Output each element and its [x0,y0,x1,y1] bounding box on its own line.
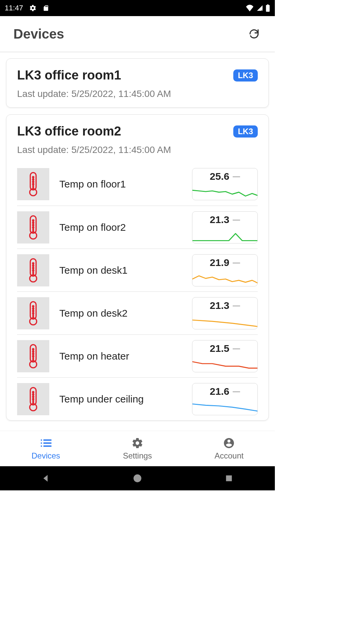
svg-point-49 [133,474,141,482]
sensor-row[interactable]: Temp on desk221.3— [17,291,258,334]
sensor-label: Temp on floor1 [59,178,192,190]
sensor-value: 21.5 [210,343,229,354]
android-status-bar: 11:47 x [0,0,275,16]
android-nav-bar [0,466,275,490]
tab-devices[interactable]: Devices [0,431,92,466]
sensor-value-tile[interactable]: 21.3— [192,211,258,244]
status-time: 11:47 [5,4,23,12]
svg-point-47 [41,445,42,446]
sensor-value-tile[interactable]: 21.5— [192,340,258,372]
tab-label: Account [215,451,244,461]
thermometer-icon [17,297,49,329]
trend-flat-icon: — [233,344,240,353]
card-head: LK3 office room2 LK3 [17,124,258,139]
sensor-label: Temp on heater [59,351,192,362]
sensor-row[interactable]: Temp on desk121.9— [17,249,258,291]
list-icon [40,437,52,449]
sensor-value-tile[interactable]: 21.6— [192,383,258,415]
sensor-value: 21.3 [210,214,229,225]
thermometer-icon [17,168,49,200]
sparkline [192,314,257,329]
device-card-room2[interactable]: LK3 office room2 LK3 Last update: 5/25/2… [6,114,269,421]
bottom-tab-bar: Devices Settings Account [0,431,275,466]
device-title: LK3 office room2 [17,124,121,139]
tab-account[interactable]: Account [183,431,275,466]
status-right: x [245,4,270,12]
device-title: LK3 office room1 [17,68,121,83]
svg-point-43 [41,439,42,440]
sparkline [192,357,257,372]
tab-label: Devices [32,451,60,461]
sensor-label: Temp on floor2 [59,222,192,233]
sensor-value: 21.9 [210,257,229,268]
wifi-icon [245,5,254,11]
sparkline [192,228,257,243]
sensor-value-tile[interactable]: 21.9— [192,254,258,286]
battery-icon [265,4,270,12]
sensor-row[interactable]: Temp on heater21.5— [17,334,258,377]
trend-flat-icon: — [233,172,240,181]
account-icon [223,437,235,449]
refresh-icon [248,28,260,40]
thermometer-icon [17,211,49,244]
sparkline [192,399,257,415]
refresh-button[interactable] [247,26,261,41]
gear-icon [29,4,37,12]
trend-flat-icon: — [233,258,240,267]
thermometer-icon [17,383,49,415]
thermometer-icon [17,340,49,372]
sensor-row[interactable]: Temp on floor125.6— [17,163,258,206]
device-type-badge: LK3 [233,69,258,82]
square-recent-icon [225,474,233,483]
tab-label: Settings [123,451,152,461]
sensor-list: Temp on floor125.6—Temp on floor221.3—Te… [17,163,258,420]
content-scroll[interactable]: LK3 office room1 LK3 Last update: 5/25/2… [0,52,275,431]
triangle-back-icon [41,473,51,483]
sensor-value: 21.6 [210,386,229,397]
sensor-label: Temp on desk2 [59,308,192,319]
sensor-value: 21.3 [210,300,229,311]
sensor-row[interactable]: Temp on floor221.3— [17,206,258,249]
trend-flat-icon: — [233,215,240,224]
nav-recent-button[interactable] [222,471,236,486]
device-type-badge: LK3 [233,125,258,138]
svg-rect-50 [226,475,232,481]
device-card-room1[interactable]: LK3 office room1 LK3 Last update: 5/25/2… [6,58,269,108]
svg-point-45 [41,442,42,443]
card-head: LK3 office room1 LK3 [17,68,258,83]
last-update-text: Last update: 5/25/2022, 11:45:00 AM [17,145,258,155]
gear-icon [131,437,143,449]
sensor-row[interactable]: Temp under ceiling21.6— [17,377,258,420]
status-left: 11:47 [5,4,49,12]
trend-flat-icon: — [233,301,240,310]
sensor-label: Temp on desk1 [59,265,192,276]
sensor-value-tile[interactable]: 21.3— [192,297,258,329]
app-header: Devices [0,16,275,52]
thermometer-icon [17,254,49,286]
page-title: Devices [13,26,64,42]
sparkline [192,271,257,286]
sensor-value: 25.6 [210,171,229,182]
cell-signal-icon: x [256,5,263,11]
svg-text:x: x [261,9,262,11]
last-update-text: Last update: 5/25/2022, 11:45:00 AM [17,89,258,99]
sensor-value-tile[interactable]: 25.6— [192,168,258,200]
tab-settings[interactable]: Settings [92,431,183,466]
nav-back-button[interactable] [39,471,53,486]
circle-home-icon [133,474,142,483]
sparkline [192,184,257,200]
sd-card-icon [43,4,49,12]
nav-home-button[interactable] [130,471,145,486]
sensor-label: Temp under ceiling [59,393,192,405]
trend-flat-icon: — [233,387,240,396]
